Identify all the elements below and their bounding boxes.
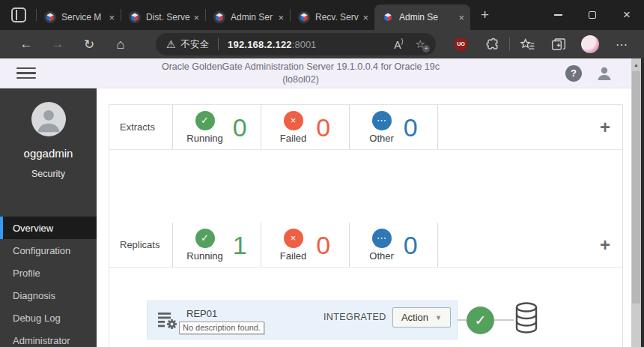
page: Oracle GoldenGate Administration Server … (0, 58, 644, 347)
read-aloud-icon[interactable]: A) (394, 37, 403, 51)
tab-admin-server-1[interactable]: Admin Ser × (206, 4, 290, 30)
page-scrollbar[interactable]: ▲ (631, 58, 641, 347)
extracts-section-label: Extracts (109, 121, 172, 133)
add-replicat-button[interactable]: + (600, 236, 610, 254)
sidebar-item-overview[interactable]: Overview (0, 217, 97, 239)
other-count: 0 (404, 115, 418, 140)
extracts-stats-row: Extracts ✓Running 0 ×Failed 0 ⋯Other 0 (109, 105, 622, 150)
failed-status-icon: × (284, 111, 303, 130)
tab-distribution-server[interactable]: Dist. Serve × (121, 4, 205, 30)
add-extract-button[interactable]: + (600, 118, 610, 136)
sidebar-item-debug-log[interactable]: Debug Log (0, 307, 97, 329)
extracts-other-stat: ⋯Other 0 (350, 111, 437, 144)
back-button[interactable]: ← (10, 37, 42, 52)
tab-receiver-server[interactable]: Recv. Serv × (291, 4, 374, 30)
extracts-failed-stat: ×Failed 0 (261, 111, 349, 144)
replicat-name: REP01 (186, 308, 217, 319)
tab-workspaces-icon[interactable] (11, 7, 26, 22)
goldengate-favicon (213, 11, 225, 23)
goldengate-favicon (298, 11, 310, 23)
description-tooltip: No description found. (179, 322, 264, 334)
tab-bar: Service M × Dist. Serve × Admin Ser × Re… (0, 0, 644, 30)
goldengate-favicon (44, 11, 56, 23)
forward-button[interactable]: → (42, 37, 73, 52)
toolbar-divider (509, 37, 510, 51)
username: oggadmin (0, 147, 97, 160)
scrollbar-up-arrow[interactable]: ▲ (631, 58, 641, 67)
sidebar-item-administrator[interactable]: Administrator (0, 329, 97, 347)
running-status-icon: ✓ (195, 229, 215, 248)
page-title-line1: Oracle GoldenGate Administration Server … (36, 61, 565, 73)
replicat-mode: INTEGRATED (323, 312, 386, 322)
address-toolbar: ← → ↻ ⌂ ⚠ 不安全 192.168.2.122 :8001 A) ☆+ … (0, 30, 644, 58)
replicats-stats-row: Replicats ✓Running 1 ×Failed 0 ⋯Other 0 (109, 223, 622, 268)
tab-close-icon[interactable]: × (278, 12, 284, 23)
window-minimize-button[interactable] (541, 0, 575, 30)
browser-menu-icon[interactable]: ⋯ (606, 37, 637, 52)
new-tab-button[interactable]: + (481, 7, 489, 23)
main-content: Extracts ✓Running 0 ×Failed 0 ⋯Other 0 (97, 88, 631, 347)
goldengate-favicon (382, 11, 394, 23)
security-warning-label[interactable]: 不安全 (181, 38, 210, 51)
tab-admin-server-active[interactable]: Admin Se × (374, 4, 470, 30)
replicat-running-status-icon: ✓ (467, 307, 494, 334)
tab-service-manager[interactable]: Service M × (37, 4, 121, 30)
collections-icon[interactable] (543, 37, 574, 52)
replicat-process-icon (157, 310, 178, 331)
favorites-icon[interactable] (511, 37, 543, 52)
sidebar-item-profile[interactable]: Profile (0, 262, 97, 284)
tab-title: Admin Se (399, 12, 455, 22)
replicat-card-rep01[interactable]: REP01 INTEGRATED Action ▼ No description… (147, 301, 458, 340)
address-host: 192.168.2.122 (228, 39, 292, 50)
hamburger-menu-icon[interactable] (16, 67, 36, 79)
tab-close-icon[interactable]: × (458, 12, 464, 23)
window-close-button[interactable]: × (610, 0, 644, 30)
replicat-flow: REP01 INTEGRATED Action ▼ No description… (147, 301, 622, 340)
refresh-button[interactable]: ↻ (73, 37, 105, 52)
address-port: :8001 (292, 39, 317, 50)
home-button[interactable]: ⌂ (105, 37, 136, 52)
replicats-failed-stat: ×Failed 0 (261, 229, 349, 262)
scrollbar-thumb[interactable] (632, 71, 640, 304)
running-count: 0 (233, 115, 247, 140)
page-title: Oracle GoldenGate Administration Server … (36, 61, 565, 85)
help-icon[interactable]: ? (565, 65, 582, 82)
extracts-running-stat: ✓Running 0 (173, 111, 261, 144)
extracts-empty-area (109, 150, 622, 223)
failed-count: 0 (316, 232, 330, 258)
flow-connector (458, 319, 467, 321)
user-avatar (31, 102, 66, 136)
action-dropdown-button[interactable]: Action ▼ (392, 307, 451, 328)
tab-close-icon[interactable]: × (362, 12, 368, 23)
running-status-icon: ✓ (195, 111, 215, 130)
tab-close-icon[interactable]: × (109, 12, 115, 23)
address-divider (218, 38, 219, 50)
window-edge (641, 58, 644, 347)
app-header: Oracle GoldenGate Administration Server … (0, 58, 631, 88)
goldengate-favicon (129, 11, 141, 23)
tab-title: Service M (61, 12, 106, 22)
address-bar[interactable]: ⚠ 不安全 192.168.2.122 :8001 A) ☆+ (156, 33, 436, 55)
flow-connector (494, 319, 514, 321)
add-favorite-icon[interactable]: ☆+ (416, 37, 425, 51)
page-title-line2: (lo8ol02) (36, 73, 565, 85)
sidebar-item-configuration[interactable]: Configuration (0, 239, 97, 262)
svg-text:UO: UO (457, 41, 465, 47)
window-maximize-button[interactable] (575, 0, 610, 30)
tab-close-icon[interactable]: × (193, 12, 199, 23)
browser-profile-avatar[interactable] (581, 35, 599, 53)
ublock-extension-icon[interactable]: UO (445, 37, 476, 52)
replicats-running-stat: ✓Running 1 (173, 229, 261, 262)
tab-title: Recv. Serv (315, 12, 359, 22)
user-menu-icon[interactable] (595, 64, 613, 82)
sidebar-item-diagnosis[interactable]: Diagnosis (0, 284, 97, 307)
overview-panel: Extracts ✓Running 0 ×Failed 0 ⋯Other 0 (109, 104, 623, 347)
tab-title: Admin Ser (231, 12, 275, 22)
other-status-icon: ⋯ (372, 111, 392, 130)
maximize-icon (589, 11, 596, 19)
security-warning-icon[interactable]: ⚠ (166, 38, 176, 50)
failed-status-icon: × (284, 229, 303, 248)
other-count: 0 (404, 232, 418, 258)
sidebar: oggadmin Security Overview Configuration… (0, 88, 97, 347)
extensions-puzzle-icon[interactable] (476, 37, 508, 52)
